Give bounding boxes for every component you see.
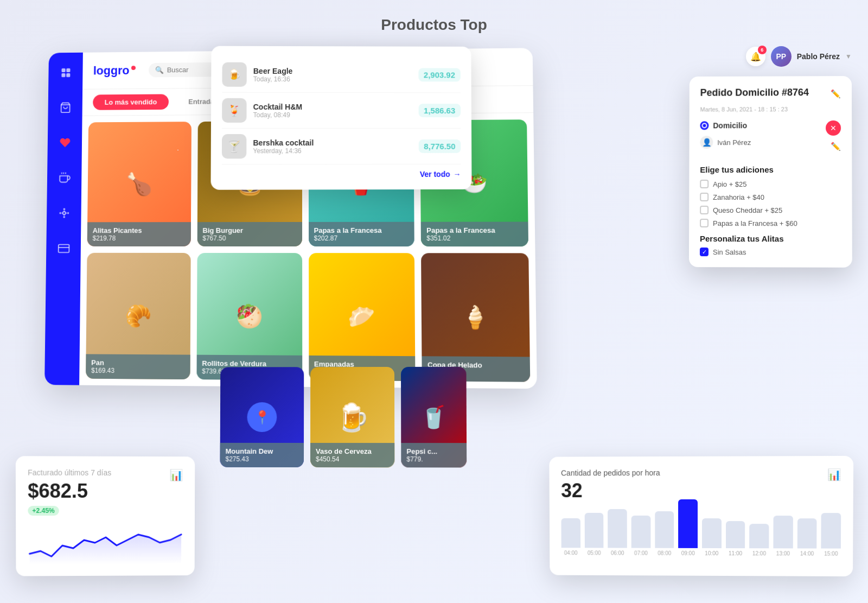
bar-col-11:00: 11:00 — [726, 521, 745, 556]
bar-rect-04:00[interactable] — [561, 518, 580, 548]
order-type-label: Domicilio — [713, 121, 747, 130]
tab-lo-mas-vendido[interactable]: Lo más vendido — [93, 94, 169, 110]
order-user: 👤 Iván Pérez — [700, 136, 751, 149]
svg-point-10 — [63, 217, 65, 218]
addon-label-1: Zanahoria + $40 — [713, 193, 764, 201]
bar-rect-07:00[interactable] — [631, 516, 650, 548]
tp-avatar-1: 🍹 — [222, 98, 246, 123]
checkbox-zanahoria[interactable] — [700, 193, 709, 201]
bar-col-09:00: 09:00 — [678, 499, 698, 556]
bar-label-13:00: 13:00 — [776, 550, 790, 556]
bar-chart-widget: Cantidad de pedidos por hora 32 📊 04:000… — [549, 456, 853, 576]
chevron-down-icon[interactable]: ▼ — [845, 53, 852, 60]
order-type: Domicilio — [700, 121, 747, 130]
ver-todo-button[interactable]: Ver todo → — [222, 170, 461, 179]
bar-col-07:00: 07:00 — [631, 516, 650, 556]
sidebar-item-cart[interactable] — [56, 98, 75, 117]
bar-rect-14:00[interactable] — [797, 518, 817, 548]
addon-3[interactable]: Papas a la Francesa + $60 — [700, 219, 841, 227]
bar-rect-08:00[interactable] — [655, 511, 674, 548]
sidebar-item-coffee[interactable] — [55, 168, 74, 188]
bar-rect-15:00[interactable] — [821, 513, 841, 549]
edit-user-icon[interactable]: ✏️ — [831, 141, 841, 151]
sidebar-item-grid[interactable] — [56, 63, 75, 82]
checkbox-queso[interactable] — [700, 206, 709, 214]
checkbox-apio[interactable] — [700, 180, 709, 188]
bar-label-07:00: 07:00 — [634, 550, 648, 556]
tp-time-1: Today, 08:49 — [253, 111, 412, 118]
sidebar-item-heart[interactable] — [55, 133, 74, 152]
top-product-2[interactable]: 🍸 Bershka cocktail Yesterday, 14:36 8,77… — [222, 129, 461, 164]
product-card-alitas[interactable]: 🍗 Alitas Picantes $219.78 — [87, 122, 192, 246]
edit-order-icon[interactable]: ✏️ — [831, 89, 841, 99]
product-label-papas2: Papas a la Francesa $351.02 — [421, 222, 528, 247]
bar-rect-11:00[interactable] — [726, 521, 745, 548]
bar-rect-09:00[interactable] — [678, 499, 698, 548]
addon-0[interactable]: Apio + $25 — [700, 180, 841, 188]
addon-label-3: Papas a la Francesa + $60 — [713, 219, 797, 227]
bar-label-05:00: 05:00 — [588, 550, 601, 556]
user-icon: 👤 — [700, 136, 713, 149]
bar-rect-12:00[interactable] — [750, 524, 769, 548]
product-card-pepsi[interactable]: 🥤 Pepsi c... $779. — [401, 367, 467, 468]
billing-chart — [28, 521, 183, 565]
svg-point-9 — [63, 208, 65, 210]
order-title: Pedido Domicilio #8764 — [700, 87, 809, 98]
bar-rect-13:00[interactable] — [773, 516, 793, 548]
checkbox-sin-salsas[interactable]: ✓ — [700, 247, 709, 256]
checkbox-papas[interactable] — [700, 219, 709, 227]
tp-name-1: Cocktail H&M — [253, 102, 412, 111]
product-card-helado[interactable]: 🍦 Copa de Helado $406.27 — [421, 253, 530, 382]
bar-chart-icon[interactable]: 📊 — [827, 468, 841, 481]
tp-avatar-0: 🍺 — [222, 62, 246, 87]
addon-label-2: Queso Cheddar + $25 — [713, 206, 782, 214]
bar-label-06:00: 06:00 — [611, 550, 624, 556]
addon-2[interactable]: Queso Cheddar + $25 — [700, 206, 841, 214]
svg-rect-1 — [66, 68, 70, 72]
svg-point-8 — [62, 212, 65, 214]
addon-1[interactable]: Zanahoria + $40 — [700, 193, 841, 201]
bar-chart-count: 32 — [561, 479, 660, 502]
sidebar-item-analytics[interactable] — [54, 204, 74, 223]
product-card-empanadas[interactable]: 🥟 Empanadas $396.84 — [309, 253, 416, 381]
personaliza-item-0[interactable]: ✓ Sin Salsas — [700, 247, 841, 257]
product-card-rollitos[interactable]: 🥙 Rollitos de Verdura $739.65 — [196, 253, 302, 380]
notification-badge: 6 — [758, 46, 767, 54]
tp-time-2: Yesterday, 14:36 — [253, 147, 412, 154]
bar-label-04:00: 04:00 — [564, 550, 578, 556]
bar-rect-05:00[interactable] — [584, 513, 603, 548]
order-panel: Pedido Domicilio #8764 ✏️ Martes, 8 Jun,… — [689, 76, 852, 268]
notification-bell[interactable]: 🔔 6 — [746, 47, 765, 66]
bar-col-12:00: 12:00 — [749, 524, 769, 556]
bar-label-09:00: 09:00 — [681, 550, 695, 556]
order-date: Martes, 8 Jun, 2021 - 18 : 15 : 23 — [700, 106, 841, 113]
tp-amount-2: 8,776.50 — [418, 139, 461, 153]
product-label-pan: Pan $169.43 — [86, 354, 190, 379]
tp-time-0: Today, 16:36 — [253, 75, 412, 82]
sidebar-item-wallet[interactable] — [54, 239, 73, 258]
user-name: Pablo Pérez — [797, 52, 840, 61]
bar-rect-06:00[interactable] — [608, 509, 627, 548]
product-card-pan[interactable]: 🥐 Pan $169.43 — [86, 253, 190, 379]
product-label-papas1: Papas a la Francesa $202.87 — [309, 222, 415, 246]
top-product-0[interactable]: 🍺 Beer Eagle Today, 16:36 2,903.92 — [222, 57, 461, 93]
radio-dot[interactable] — [700, 121, 709, 130]
chart-icon[interactable]: 📊 — [170, 468, 183, 481]
cancel-order-button[interactable]: ✕ — [826, 120, 841, 136]
tp-amount-1: 1,586.63 — [418, 104, 461, 117]
billing-label: Facturado últimos 7 días — [28, 468, 111, 477]
product-card-mountain-dew[interactable]: 📍 Mountain Dew $275.43 — [220, 367, 304, 467]
order-user-name: Iván Pérez — [717, 138, 751, 147]
bar-label-11:00: 11:00 — [729, 550, 742, 556]
bar-label-14:00: 14:00 — [800, 550, 814, 556]
product-card-vaso-cerveza[interactable]: 🍺 Vaso de Cerveza $450.54 — [310, 367, 394, 467]
top-product-1[interactable]: 🍹 Cocktail H&M Today, 08:49 1,586.63 — [222, 93, 461, 129]
svg-point-11 — [60, 213, 61, 214]
bar-rect-10:00[interactable] — [702, 518, 722, 548]
personaliza-title: Personaliza tus Alitas — [700, 234, 841, 244]
bar-col-05:00: 05:00 — [584, 513, 603, 556]
bar-label-08:00: 08:00 — [658, 550, 671, 556]
product-label-burguer: Big Burguer $767.50 — [197, 222, 302, 246]
user-avatar: PP — [771, 46, 792, 67]
svg-rect-17 — [58, 245, 69, 253]
